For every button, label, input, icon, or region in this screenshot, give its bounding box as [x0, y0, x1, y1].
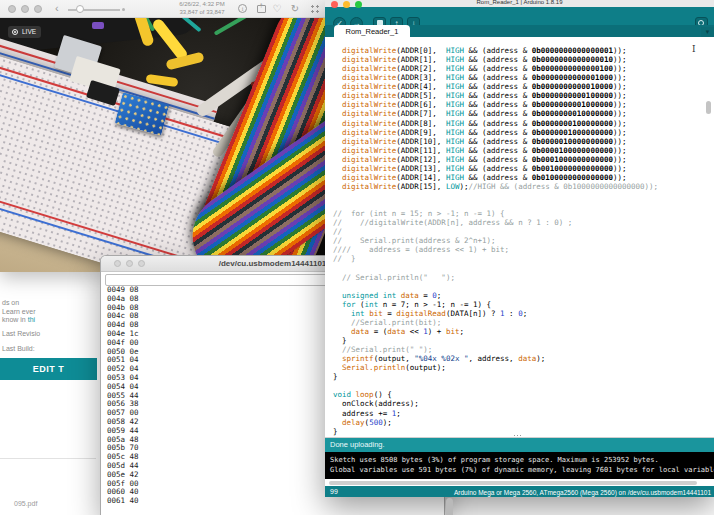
- code-token: HIGH: [446, 146, 464, 155]
- code-token: [333, 155, 342, 164]
- pdf-filename[interactable]: 095.pdf: [14, 500, 37, 507]
- code-token: (ADDR[1],: [396, 55, 446, 64]
- code-token: digitalWrite: [342, 73, 396, 82]
- code-token: HIGH: [446, 46, 464, 55]
- code-token: && (address &: [464, 109, 532, 118]
- serial-line: 0055 44: [107, 391, 307, 400]
- code-token: 0b0100000000000000: [532, 173, 613, 182]
- minimize-button[interactable]: [21, 5, 29, 13]
- code-line: // //digitalWrite(ADDR[n], address && n …: [333, 218, 714, 227]
- tab-dropdown-button[interactable]: ▼: [701, 27, 714, 37]
- code-token: 0b0000010000000000: [532, 137, 613, 146]
- code-line: Serial.println(output);: [333, 363, 714, 372]
- photo-date-count: 6/26/22, 4:32 PM 33,847 of 33,847: [170, 1, 234, 16]
- webpage-text: ds on: [2, 299, 19, 306]
- code-line: unsigned int data = 0;: [333, 291, 714, 300]
- code-token: && (address &: [464, 91, 532, 100]
- code-token: (ADDR[12],: [396, 155, 446, 164]
- code-line: sprintf(output, "%04x %02x ", address, d…: [333, 354, 714, 363]
- serial-line: 0057 00: [107, 408, 307, 417]
- serial-line: 004d 08: [107, 320, 307, 329]
- scrollbar-thumb[interactable]: [446, 498, 453, 515]
- code-token: [333, 363, 342, 372]
- serial-line: 004c 08: [107, 311, 307, 320]
- code-token: //: [333, 227, 342, 236]
- code-token: HIGH: [446, 128, 464, 137]
- code-line: address += 1;: [333, 409, 714, 418]
- code-token: HIGH: [446, 137, 464, 146]
- code-token: HIGH: [446, 100, 464, 109]
- code-editor[interactable]: digitalWrite(ADDR[0], HIGH && (address &…: [325, 37, 714, 437]
- code-token: void: [333, 390, 351, 399]
- code-token: && (address &: [464, 46, 532, 55]
- serial-line: 0058 42: [107, 417, 307, 426]
- code-token: 0b0000000000000010: [532, 55, 613, 64]
- code-token: (ADDR[6],: [396, 100, 446, 109]
- code-token: (: [356, 300, 365, 309]
- code-line: for (int n = 7; n > -1; n -= 1) {: [333, 300, 714, 309]
- code-token: 0b0000000000100000: [532, 91, 613, 100]
- code-token: (ADDR[9],: [396, 128, 446, 137]
- code-token: );: [536, 354, 545, 363]
- code-token: (ADDR[0],: [396, 46, 446, 55]
- arduino-ide-window: Rom_Reader_1 | Arduino 1.8.19 ✓ → ↑ ↓ Ro…: [325, 0, 714, 497]
- tab-rom-reader-1[interactable]: Rom_Reader_1: [334, 25, 410, 37]
- serial-line: 005f 00: [107, 479, 307, 488]
- code-token: (ADDR[4],: [396, 82, 446, 91]
- favorite-heart-icon[interactable]: ♡: [270, 3, 284, 15]
- code-token: unsigned int: [342, 291, 396, 300]
- zoom-slider-end-dot: [122, 8, 125, 11]
- code-token: && (address &: [464, 128, 532, 137]
- code-token: delay: [342, 418, 365, 427]
- close-button[interactable]: [331, 1, 338, 8]
- edit-button[interactable]: EDIT T: [0, 358, 97, 380]
- current-line-number: 99: [330, 488, 338, 495]
- zoom-slider-knob[interactable]: [76, 5, 84, 13]
- webpage-link[interactable]: thi: [28, 316, 35, 323]
- code-token: HIGH: [446, 155, 464, 164]
- zoom-button[interactable]: [34, 5, 42, 13]
- code-token: HIGH: [446, 164, 464, 173]
- serial-line: 0054 04: [107, 382, 307, 391]
- code-token: && (address &: [464, 164, 532, 173]
- code-token: && (address &: [464, 82, 532, 91]
- code-line: digitalWrite(ADDR[12], HIGH && (address …: [333, 155, 714, 164]
- webpage-text: Learn ever: [2, 308, 35, 315]
- code-token: (ADDR[14],: [396, 173, 446, 182]
- code-token: HIGH: [446, 55, 464, 64]
- info-icon[interactable]: i: [238, 4, 247, 13]
- zoom-button[interactable]: [355, 1, 362, 8]
- rotate-icon[interactable]: ↻: [288, 3, 302, 15]
- back-chevron-icon[interactable]: ‹: [55, 2, 59, 14]
- horizontal-scrollbar-thumb[interactable]: [329, 481, 697, 485]
- code-line: digitalWrite(ADDR[14], HIGH && (address …: [333, 173, 714, 182]
- code-token: HIGH: [446, 73, 464, 82]
- code-token: digitalWrite: [342, 46, 396, 55]
- code-line: digitalWrite(ADDR[4], HIGH && (address &…: [333, 82, 714, 91]
- code-token: digitalWrite: [342, 82, 396, 91]
- code-token: 0b0000000000000100: [532, 64, 613, 73]
- close-button[interactable]: [8, 5, 16, 13]
- serial-line: 005b 70: [107, 443, 307, 452]
- code-token: digitalWrite: [342, 164, 396, 173]
- code-token: }: [333, 372, 338, 381]
- live-icon: [12, 29, 18, 35]
- code-token: 0b0000001000000000: [532, 128, 613, 137]
- code-scrollbar-thumb[interactable]: [706, 101, 711, 114]
- serial-line: 0050 0e: [107, 347, 307, 356]
- horizontal-scrollbar[interactable]: [325, 479, 714, 486]
- code-token: [333, 137, 342, 146]
- code-token: digitalWrite: [342, 146, 396, 155]
- code-token: address +=: [333, 409, 392, 418]
- code-line: digitalWrite(ADDR[13], HIGH && (address …: [333, 164, 714, 173]
- code-token: // //digitalWrite(ADDR[n], address && n …: [333, 218, 572, 227]
- code-token: digitalWrite: [342, 173, 396, 182]
- code-token: [333, 55, 342, 64]
- share-arrow-icon: ↑: [259, 1, 263, 10]
- minimize-button[interactable]: [343, 1, 350, 8]
- code-line: digitalWrite(ADDR[1], HIGH && (address &…: [333, 55, 714, 64]
- adjust-icon[interactable]: [310, 4, 320, 14]
- code-token: [333, 327, 351, 336]
- serial-line: 0059 44: [107, 426, 307, 435]
- code-token: [333, 109, 342, 118]
